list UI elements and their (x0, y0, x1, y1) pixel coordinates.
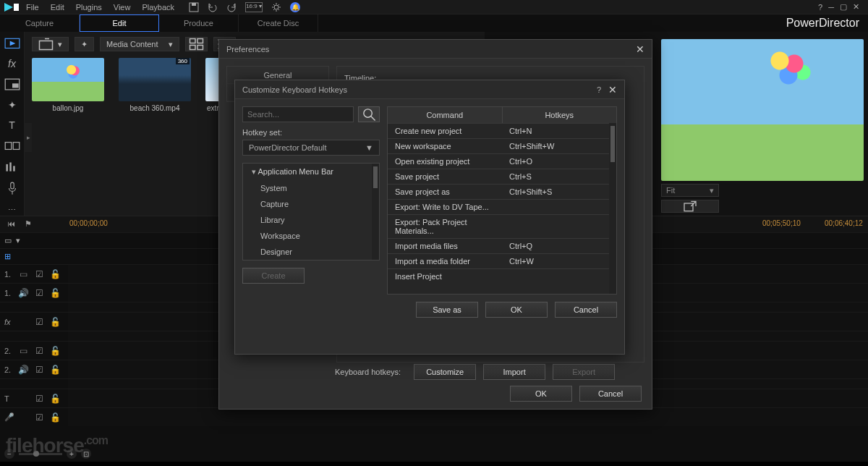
hotkey-row[interactable]: New workspaceCtrl+Shift+W (388, 138, 616, 153)
aspect-icon[interactable]: 16:9 ▾ (245, 2, 263, 12)
left-expand-handle[interactable]: ▸ (25, 123, 32, 152)
track-lock-icon[interactable]: 🔓 (49, 317, 61, 327)
tree-node[interactable]: Application Menu Bar (243, 164, 379, 180)
ok-button[interactable]: OK (485, 302, 548, 318)
settings-icon[interactable] (271, 2, 281, 12)
tree-node[interactable]: Library (243, 212, 379, 228)
popout-button[interactable] (661, 200, 719, 213)
cancel-button[interactable]: Cancel (555, 302, 617, 318)
th-hotkeys[interactable]: Hotkeys (503, 107, 617, 123)
help-icon[interactable]: ? (597, 85, 601, 94)
close-icon[interactable]: ✕ (608, 84, 617, 96)
export-button[interactable]: Export (553, 364, 615, 380)
track-lock-icon[interactable]: 🔓 (49, 365, 61, 375)
track-voice[interactable]: 🎤☑🔓 (0, 407, 868, 426)
zoom-out-button[interactable]: − (4, 449, 14, 459)
tree-node[interactable]: Capture (243, 196, 379, 212)
hotkey-row[interactable]: Export: Pack Project Materials... (388, 214, 616, 238)
track-display-icon[interactable]: ▭ (4, 236, 12, 245)
menu-playback[interactable]: Playback (142, 3, 174, 12)
menu-edit[interactable]: Edit (51, 3, 64, 12)
svg-rect-10 (13, 142, 20, 149)
zoom-dropdown[interactable]: Fit▾ (661, 184, 719, 197)
media-filter-dropdown[interactable]: Media Content▾ (100, 37, 179, 51)
title-icon[interactable]: T (4, 119, 20, 131)
hotkey-row[interactable]: Create new projectCtrl+N (388, 123, 616, 138)
mode-edit[interactable]: Edit (80, 14, 159, 32)
track-visible-icon[interactable]: ☑ (33, 288, 45, 298)
save-as-button[interactable]: Save as (416, 302, 478, 318)
track-visible-icon[interactable]: ☑ (33, 412, 45, 423)
hotkey-row[interactable]: Save project asCtrl+Shift+S (388, 184, 616, 199)
mode-create-disc[interactable]: Create Disc (239, 14, 318, 32)
notification-icon[interactable]: 🔔 (290, 2, 300, 12)
subtitle-icon[interactable]: ⋯ (4, 205, 20, 216)
customize-button[interactable]: Customize (414, 364, 476, 380)
close-icon[interactable]: ✕ (853, 2, 859, 12)
track-visible-icon[interactable]: ☑ (33, 365, 45, 375)
voiceover-icon[interactable] (4, 182, 20, 196)
create-button[interactable]: Create (242, 268, 305, 284)
hotkey-row[interactable]: Save projectCtrl+S (388, 169, 616, 184)
mode-capture[interactable]: Capture (0, 14, 80, 32)
track-lock-icon[interactable]: 🔓 (49, 346, 61, 356)
scrollbar[interactable] (609, 123, 616, 294)
th-command[interactable]: Command (388, 107, 503, 123)
pip-icon[interactable] (4, 78, 20, 90)
ok-button[interactable]: OK (510, 386, 572, 402)
media-thumb[interactable]: ballon.jpg (32, 58, 104, 112)
cancel-button[interactable]: Cancel (579, 386, 642, 402)
hotkey-row[interactable]: Insert Project (388, 268, 616, 284)
timeline-marker-icon[interactable]: ⚑ (25, 219, 38, 229)
zoom-slider[interactable] (19, 453, 62, 455)
help-icon[interactable]: ? (818, 3, 822, 12)
track-visible-icon[interactable]: ☑ (33, 394, 45, 404)
close-icon[interactable]: ✕ (636, 43, 644, 55)
view-grid-icon[interactable] (185, 37, 208, 51)
media-thumb[interactable]: 360 beach 360.mp4 (119, 58, 191, 112)
tree-node[interactable]: System (243, 180, 379, 196)
plugin-button[interactable]: ✦ (75, 37, 94, 51)
menu-file[interactable]: File (26, 3, 39, 12)
track-lock-icon[interactable]: 🔓 (49, 269, 61, 279)
save-icon[interactable] (189, 2, 199, 12)
mode-produce[interactable]: Produce (159, 14, 239, 32)
transition-icon[interactable] (4, 140, 20, 152)
import-button[interactable]: Import (483, 364, 545, 380)
track-visible-icon[interactable]: ☑ (33, 346, 45, 356)
track-lock-icon[interactable]: 🔓 (49, 288, 61, 298)
hotkey-search-input[interactable] (242, 106, 354, 122)
timeline-prev-icon[interactable]: ⏮ (7, 219, 20, 229)
particles-icon[interactable]: ✦ (4, 99, 20, 111)
redo-icon[interactable] (226, 2, 237, 12)
audio-mix-icon[interactable] (4, 161, 20, 173)
zoom-fit-button[interactable]: ⊡ (81, 449, 91, 459)
menu-view[interactable]: View (114, 3, 131, 12)
hotkey-row[interactable]: Open existing projectCtrl+O (388, 153, 616, 169)
zoom-in-button[interactable]: + (67, 449, 77, 459)
menu-plugins[interactable]: Plugins (76, 3, 102, 12)
import-button[interactable]: ▾ (32, 37, 69, 51)
track-visible-icon[interactable]: ☑ (33, 269, 45, 279)
track-visible-icon[interactable]: ☑ (33, 317, 45, 327)
track-lock-icon[interactable]: 🔓 (49, 412, 61, 423)
maximize-icon[interactable]: ▢ (840, 2, 847, 12)
minimize-icon[interactable]: ─ (828, 3, 834, 12)
hotkey-row[interactable]: Export: Write to DV Tape... (388, 199, 616, 214)
fx-icon[interactable]: fx (4, 58, 20, 69)
track-icon[interactable]: ⊞ (4, 252, 11, 261)
undo-icon[interactable] (208, 2, 218, 12)
preferences-title-bar[interactable]: Preferences ✕ (219, 40, 652, 59)
hotkeys-title-bar[interactable]: Customize Keyboard Hotkeys ? ✕ (235, 80, 624, 99)
track-menu-icon[interactable]: ▾ (16, 236, 20, 245)
hotkey-row[interactable]: Import media filesCtrl+Q (388, 238, 616, 253)
media-room-icon[interactable] (4, 36, 20, 49)
tree-node[interactable]: Designer (243, 244, 379, 260)
thumb-label: beach 360.mp4 (119, 104, 191, 112)
tree-node[interactable]: Workspace (243, 228, 379, 244)
hotkey-set-dropdown[interactable]: PowerDirector Default▼ (242, 140, 380, 156)
scrollbar[interactable] (372, 164, 379, 260)
search-button[interactable] (358, 106, 380, 122)
hotkey-row[interactable]: Import a media folderCtrl+W (388, 253, 616, 268)
track-lock-icon[interactable]: 🔓 (49, 394, 61, 404)
